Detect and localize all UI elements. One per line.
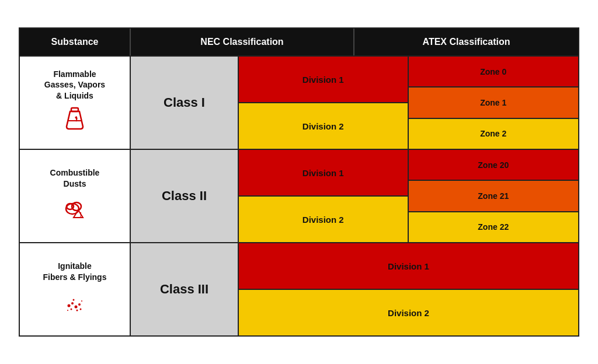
header-atex: ATEX Classification [354, 29, 578, 55]
division-class3: Division 1 Division 2 [239, 243, 578, 335]
class-I-label: Class I [164, 95, 205, 110]
flask-icon [61, 106, 89, 136]
zone2-class1: Zone 2 [409, 119, 579, 149]
svg-point-5 [80, 215, 81, 216]
svg-point-11 [77, 309, 78, 311]
table-row-class2: CombustibleDusts Class II Division 1 Div… [20, 149, 578, 242]
svg-point-6 [68, 304, 71, 307]
substance-flammable: FlammableGasses, Vapors& Liquids [20, 57, 131, 149]
substance-fibers: IgnitableFibers & Flyings [20, 243, 131, 335]
zone-class2: Zone 20 Zone 21 Zone 22 [409, 150, 579, 242]
fibers-icon [61, 287, 89, 318]
svg-point-10 [71, 308, 72, 310]
table-row-class1: FlammableGasses, Vapors& Liquids Class I… [20, 55, 578, 149]
header-nec: NEC Classification [131, 29, 354, 55]
division2-class1: Division 2 [239, 103, 408, 149]
substance-flammable-label: FlammableGasses, Vapors& Liquids [44, 69, 105, 101]
svg-point-7 [71, 302, 74, 304]
svg-point-8 [75, 305, 78, 308]
division1-class2: Division 1 [239, 150, 408, 197]
class-III-cell: Class III [131, 243, 239, 335]
substance-dust-label: CombustibleDusts [50, 167, 100, 188]
zone22-class2: Zone 22 [409, 212, 579, 242]
zone20-class2: Zone 20 [409, 150, 579, 181]
class-II-cell: Class II [131, 150, 239, 242]
table-row-class3: IgnitableFibers & Flyings Class [20, 242, 578, 335]
division-class2: Division 1 Division 2 [239, 150, 409, 242]
svg-point-12 [73, 299, 75, 300]
division1-class3: Division 1 [239, 243, 578, 290]
svg-point-9 [78, 303, 81, 306]
svg-point-14 [67, 310, 68, 311]
class-I-cell: Class I [131, 57, 239, 149]
zone1-class1: Zone 1 [409, 88, 579, 118]
division-class1: Division 1 Division 2 [239, 57, 409, 149]
division2-class2: Division 2 [239, 197, 408, 242]
substance-dust: CombustibleDusts [20, 150, 131, 242]
svg-point-13 [80, 308, 82, 310]
zone0-class1: Zone 0 [409, 57, 579, 88]
dust-icon [61, 194, 89, 225]
zone-class1: Zone 0 Zone 1 Zone 2 [409, 57, 579, 149]
division1-class1: Division 1 [239, 57, 408, 103]
zone21-class2: Zone 21 [409, 181, 579, 212]
substance-fibers-label: IgnitableFibers & Flyings [43, 261, 107, 282]
class-III-label: Class III [160, 282, 208, 297]
division2-class3: Division 2 [239, 290, 578, 335]
table-header: Substance NEC Classification ATEX Classi… [20, 29, 578, 55]
svg-point-15 [81, 300, 82, 302]
class-II-label: Class II [162, 188, 207, 204]
classification-table: Substance NEC Classification ATEX Classi… [19, 27, 579, 337]
header-substance: Substance [20, 29, 131, 55]
